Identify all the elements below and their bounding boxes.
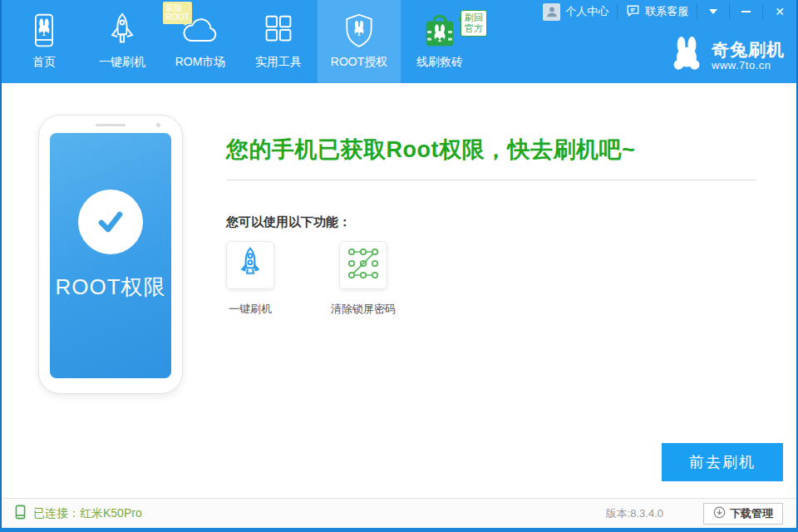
nav-item-rom-market[interactable]: 新版 ROOT ROM市场 — [161, 0, 239, 83]
phone-camera — [156, 123, 160, 127]
shield-rabbit-icon — [341, 9, 377, 52]
feature-clear-lockscreen[interactable]: 清除锁屏密码 — [331, 241, 396, 317]
features-list: 一键刷机 — [226, 241, 396, 317]
nav-item-root-auth[interactable]: ROOT授权 — [318, 0, 401, 83]
connection-text: 已连接：红米K50Pro — [33, 506, 142, 521]
feature-label: 一键刷机 — [229, 302, 272, 317]
feature-card — [339, 241, 387, 289]
version-label: 版本:8.3.4.0 — [606, 506, 663, 521]
connected-phone-icon — [15, 505, 26, 522]
user-center-label: 个人中心 — [565, 4, 608, 19]
minimize-button[interactable] — [730, 0, 762, 23]
download-manager-label: 下载管理 — [730, 506, 773, 521]
grid-tools-icon — [259, 9, 298, 52]
rocket-icon — [233, 246, 268, 284]
rocket-icon — [103, 9, 141, 52]
nav-label: 一键刷机 — [99, 55, 145, 70]
root-success-heading: 您的手机已获取Root权限，快去刷机吧~ — [226, 135, 635, 165]
statusbar: 已连接：红米K50Pro 版本:8.3.4.0 下载管理 — [2, 498, 796, 528]
nav-label: 线刷救砖 — [416, 55, 463, 70]
chat-bubble-icon — [626, 4, 640, 20]
close-button[interactable]: ✕ — [763, 0, 796, 23]
nav-label: 首页 — [32, 55, 56, 70]
connection-status: 已连接：红米K50Pro — [15, 505, 142, 522]
phone-speaker — [96, 124, 126, 126]
feature-label: 清除锁屏密码 — [331, 302, 396, 317]
flash-back-official-badge: 刷回 官方 — [461, 10, 487, 37]
root-permission-label: ROOT权限 — [50, 273, 171, 302]
download-icon — [713, 506, 726, 521]
brand-site: www.7to.cn — [712, 59, 785, 71]
dropdown-menu-button[interactable] — [697, 0, 729, 23]
home-phone-rabbit-icon — [26, 9, 62, 52]
topbar: 首页 一键刷机 新版 ROOT — [0, 0, 798, 83]
success-check-icon — [78, 190, 143, 254]
contact-support-label: 联系客服 — [645, 4, 688, 19]
download-manager-button[interactable]: 下载管理 — [703, 503, 783, 525]
divider — [226, 180, 756, 180]
phone-illustration: ROOT权限 — [38, 115, 183, 394]
minimize-icon — [741, 11, 751, 12]
close-icon: ✕ — [775, 5, 785, 18]
avatar — [543, 3, 560, 21]
phone-screen: ROOT权限 — [50, 133, 171, 378]
nav-item-one-key-flash[interactable]: 一键刷机 — [83, 0, 161, 83]
brand-logo: 奇兔刷机 www.7to.cn — [668, 35, 785, 76]
window-border — [0, 0, 2, 532]
features-title: 您可以使用以下功能： — [226, 214, 351, 230]
brand-name: 奇兔刷机 — [712, 40, 785, 59]
pattern-lock-icon — [346, 246, 381, 284]
chevron-down-icon — [709, 9, 717, 18]
new-root-badge: 新版 ROOT — [163, 2, 192, 24]
nav-item-home[interactable]: 首页 — [5, 0, 83, 83]
nav-label: 实用工具 — [255, 55, 302, 70]
system-strip: 个人中心 联系客服 — [534, 0, 796, 23]
nav-item-brick-rescue[interactable]: 刷回 官方 — [401, 0, 479, 83]
app-window: 首页 一键刷机 新版 ROOT — [0, 0, 798, 532]
go-flash-button[interactable]: 前去刷机 — [662, 443, 783, 481]
feature-card — [226, 241, 274, 289]
main-nav: 首页 一键刷机 新版 ROOT — [5, 0, 479, 83]
contact-support-button[interactable]: 联系客服 — [618, 0, 697, 23]
nav-label: ROM市场 — [175, 55, 226, 70]
nav-label: ROOT授权 — [331, 55, 387, 70]
main-content: ROOT权限 您的手机已获取Root权限，快去刷机吧~ 您可以使用以下功能： — [2, 83, 796, 498]
nav-item-tools[interactable]: 实用工具 — [239, 0, 318, 83]
rabbit-logo-icon — [668, 35, 705, 76]
user-center-button[interactable]: 个人中心 — [534, 0, 617, 23]
toolbox-rabbit-icon — [421, 9, 459, 52]
window-border — [0, 528, 798, 532]
feature-one-key-flash[interactable]: 一键刷机 — [226, 241, 274, 317]
